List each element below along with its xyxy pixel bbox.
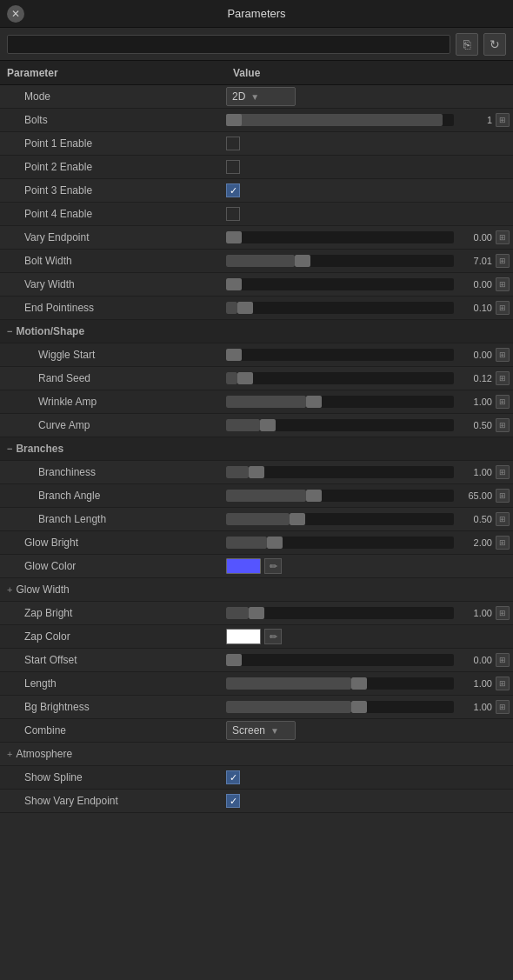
slider-track-branchiness[interactable] xyxy=(226,466,454,478)
param-row-wiggle_start: Wiggle Start0.00⊞ xyxy=(0,343,513,367)
param-row-branchiness: Branchiness1.00⊞ xyxy=(0,461,513,484)
slider-thumb-wiggle_start[interactable] xyxy=(226,349,242,361)
slider-thumb-bolt_width[interactable] xyxy=(295,255,310,267)
value-num-branchiness: 1.00 xyxy=(457,467,492,477)
slider-thumb-curve_amp[interactable] xyxy=(260,419,276,431)
toolbar: ⎘ ↻ xyxy=(0,28,513,61)
param-row-point2: Point 2 Enable xyxy=(0,156,513,179)
slider-thumb-vary_width[interactable] xyxy=(226,278,242,290)
value-num-rand_seed: 0.12 xyxy=(457,373,492,383)
slider-track-wrinkle_amp[interactable] xyxy=(226,396,454,408)
checkbox-point3[interactable]: ✓ xyxy=(226,183,240,197)
slider-track-rand_seed[interactable] xyxy=(226,372,454,384)
value-num-branch_angle: 65.00 xyxy=(457,490,492,501)
color-swatch-glow_color[interactable] xyxy=(226,558,261,574)
value-num-end_pointiness: 0.10 xyxy=(457,303,492,313)
value-expand-btn-branch_angle[interactable]: ⊞ xyxy=(496,489,510,503)
checkbox-show_spline[interactable]: ✓ xyxy=(226,770,240,784)
param-row-point3: Point 3 Enable✓ xyxy=(0,179,513,203)
slider-thumb-length[interactable] xyxy=(351,677,367,690)
checkbox-point2[interactable] xyxy=(226,160,240,174)
expand-icon[interactable]: + xyxy=(7,584,12,595)
title-bar: ✕ Parameters xyxy=(0,0,513,28)
slider-track-bolts[interactable] xyxy=(226,114,454,126)
slider-thumb-rand_seed[interactable] xyxy=(237,372,253,384)
param-row-bolt_width: Bolt Width7.01⊞ xyxy=(0,250,513,273)
value-expand-btn-end_pointiness[interactable]: ⊞ xyxy=(496,301,510,315)
slider-thumb-branchiness[interactable] xyxy=(249,466,264,478)
search-input[interactable] xyxy=(7,35,450,54)
param-row-start_offset: Start Offset0.00⊞ xyxy=(0,649,513,672)
param-row-branches: −Branches xyxy=(0,437,513,461)
value-expand-btn-glow_bright[interactable]: ⊞ xyxy=(496,536,510,550)
header-value-label: Value xyxy=(233,67,260,79)
collapse-icon[interactable]: − xyxy=(7,443,12,454)
chevron-down-icon: ▼ xyxy=(270,726,279,736)
value-expand-btn-curve_amp[interactable]: ⊞ xyxy=(496,418,510,432)
value-expand-btn-zap_bright[interactable]: ⊞ xyxy=(496,606,510,620)
close-button[interactable]: ✕ xyxy=(7,5,24,23)
slider-track-branch_angle[interactable] xyxy=(226,490,454,502)
param-row-motion_shape: −Motion/Shape xyxy=(0,320,513,343)
value-expand-btn-bolts[interactable]: ⊞ xyxy=(496,113,510,127)
slider-track-bg_brightness[interactable] xyxy=(226,701,454,713)
value-expand-btn-start_offset[interactable]: ⊞ xyxy=(496,653,510,667)
value-num-bg_brightness: 1.00 xyxy=(457,702,492,712)
value-expand-btn-vary_width[interactable]: ⊞ xyxy=(496,277,510,291)
slider-track-curve_amp[interactable] xyxy=(226,419,454,431)
param-row-rand_seed: Rand Seed0.12⊞ xyxy=(0,367,513,390)
slider-thumb-branch_length[interactable] xyxy=(290,513,305,525)
param-row-curve_amp: Curve Amp0.50⊞ xyxy=(0,414,513,437)
window-title: Parameters xyxy=(227,7,285,20)
slider-thumb-start_offset[interactable] xyxy=(226,654,242,666)
checkbox-point1[interactable] xyxy=(226,137,240,150)
slider-thumb-wrinkle_amp[interactable] xyxy=(306,396,322,408)
slider-track-vary_endpoint[interactable] xyxy=(226,231,454,243)
param-row-point4: Point 4 Enable xyxy=(0,203,513,226)
param-row-combine: CombineScreen▼ xyxy=(0,719,513,743)
slider-track-glow_bright[interactable] xyxy=(226,537,454,549)
header-param-label: Parameter xyxy=(7,67,233,79)
copy-button[interactable]: ⎘ xyxy=(456,33,478,56)
slider-track-start_offset[interactable] xyxy=(226,654,454,666)
slider-thumb-bg_brightness[interactable] xyxy=(351,701,367,713)
checkbox-point4[interactable] xyxy=(226,207,240,221)
checkbox-show_vary[interactable]: ✓ xyxy=(226,794,240,808)
param-row-branch_length: Branch Length0.50⊞ xyxy=(0,508,513,531)
value-expand-btn-branch_length[interactable]: ⊞ xyxy=(496,512,510,526)
collapse-icon[interactable]: − xyxy=(7,326,12,337)
expand-icon[interactable]: + xyxy=(7,749,12,759)
value-num-glow_bright: 2.00 xyxy=(457,537,492,548)
value-expand-btn-vary_endpoint[interactable]: ⊞ xyxy=(496,230,510,244)
value-expand-btn-bolt_width[interactable]: ⊞ xyxy=(496,254,510,268)
param-row-zap_color: Zap Color✏ xyxy=(0,625,513,649)
color-swatch-zap_color[interactable] xyxy=(226,629,261,644)
slider-thumb-zap_bright[interactable] xyxy=(249,607,264,619)
slider-track-vary_width[interactable] xyxy=(226,278,454,290)
value-expand-btn-wrinkle_amp[interactable]: ⊞ xyxy=(496,395,510,409)
slider-thumb-bolts[interactable] xyxy=(226,114,242,126)
value-expand-btn-branchiness[interactable]: ⊞ xyxy=(496,465,510,479)
slider-thumb-glow_bright[interactable] xyxy=(267,537,283,549)
value-expand-btn-length[interactable]: ⊞ xyxy=(496,677,510,690)
slider-thumb-vary_endpoint[interactable] xyxy=(226,231,242,243)
eyedropper-btn-glow_color[interactable]: ✏ xyxy=(264,558,282,574)
value-expand-btn-bg_brightness[interactable]: ⊞ xyxy=(496,700,510,714)
param-row-end_pointiness: End Pointiness0.10⊞ xyxy=(0,297,513,320)
value-expand-btn-rand_seed[interactable]: ⊞ xyxy=(496,371,510,385)
slider-track-length[interactable] xyxy=(226,677,454,690)
value-expand-btn-wiggle_start[interactable]: ⊞ xyxy=(496,348,510,362)
refresh-button[interactable]: ↻ xyxy=(483,33,506,56)
dropdown-mode[interactable]: 2D▼ xyxy=(226,87,296,106)
value-num-vary_width: 0.00 xyxy=(457,279,492,290)
slider-track-wiggle_start[interactable] xyxy=(226,349,454,361)
slider-track-branch_length[interactable] xyxy=(226,513,454,525)
slider-thumb-branch_angle[interactable] xyxy=(306,490,322,502)
chevron-down-icon: ▼ xyxy=(250,92,259,102)
slider-thumb-end_pointiness[interactable] xyxy=(237,302,253,314)
slider-track-bolt_width[interactable] xyxy=(226,255,454,267)
eyedropper-btn-zap_color[interactable]: ✏ xyxy=(264,629,282,644)
dropdown-combine[interactable]: Screen▼ xyxy=(226,721,296,740)
slider-track-end_pointiness[interactable] xyxy=(226,302,454,314)
slider-track-zap_bright[interactable] xyxy=(226,607,454,619)
